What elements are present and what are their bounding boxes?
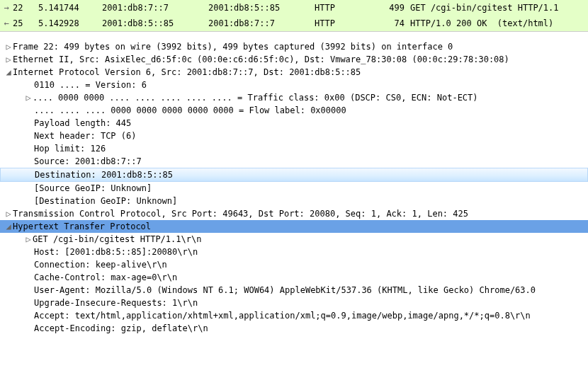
tree-http-user-agent[interactable]: User-Agent: Mozilla/5.0 (Windows NT 6.1;… — [0, 284, 588, 297]
chevron-down-icon: ◢ — [4, 66, 13, 79]
chevron-down-icon: ◢ — [4, 220, 13, 233]
tree-label: Transmission Control Protocol, Src Port:… — [13, 209, 468, 219]
col-number: 22 — [13, 1, 38, 14]
col-info: HTTP/1.0 200 OK (text/html) — [410, 17, 588, 30]
col-length: 499 — [371, 1, 410, 14]
tree-ipv6-traffic-class[interactable]: ▷.... 0000 0000 .... .... .... .... ....… — [0, 91, 588, 104]
col-length: 74 — [371, 17, 410, 30]
col-source: 2001:db8:5::85 — [102, 17, 208, 30]
tree-label: Frame 22: 499 bytes on wire (3992 bits),… — [13, 42, 453, 52]
tree-ipv6-next-header[interactable]: Next header: TCP (6) — [0, 130, 588, 142]
tree-http-host[interactable]: Host: [2001:db8:5::85]:20080\r\n — [0, 246, 588, 258]
tree-ipv6-flow-label[interactable]: .... .... .... 0000 0000 0000 0000 0000 … — [0, 104, 588, 117]
col-protocol: HTTP — [315, 1, 371, 14]
direction-icon: ← — [0, 17, 13, 30]
tree-tcp[interactable]: ▷Transmission Control Protocol, Src Port… — [0, 207, 588, 220]
tree-ipv6-destination[interactable]: Destination: 2001:db8:5::85 — [0, 168, 588, 182]
tree-http-accept[interactable]: Accept: text/html,application/xhtml+xml,… — [0, 309, 588, 322]
tree-label: Internet Protocol Version 6, Src: 2001:d… — [13, 67, 361, 77]
tree-http-cache-control[interactable]: Cache-Control: max-age=0\r\n — [0, 271, 588, 284]
col-protocol: HTTP — [315, 17, 371, 30]
tree-ipv6-hop-limit[interactable]: Hop limit: 126 — [0, 142, 588, 155]
tree-http-upgrade-insecure[interactable]: Upgrade-Insecure-Requests: 1\r\n — [0, 297, 588, 309]
tree-label: GET /cgi-bin/cgitest HTTP/1.1\r\n — [33, 234, 201, 244]
tree-http[interactable]: ◢Hypertext Transfer Protocol — [0, 220, 588, 233]
chevron-right-icon: ▷ — [4, 53, 13, 66]
tree-ipv6-src-geoip[interactable]: [Source GeoIP: Unknown] — [0, 182, 588, 195]
chevron-right-icon: ▷ — [4, 40, 13, 53]
tree-ipv6-payload-length[interactable]: Payload length: 445 — [0, 117, 588, 130]
col-number: 25 — [13, 17, 38, 30]
col-destination: 2001:db8:5::85 — [208, 1, 315, 14]
tree-ipv6-dst-geoip[interactable]: [Destination GeoIP: Unknown] — [0, 195, 588, 207]
tree-ipv6-version[interactable]: 0110 .... = Version: 6 — [0, 79, 588, 91]
chevron-right-icon: ▷ — [4, 207, 13, 220]
packet-row[interactable]: → 22 5.141744 2001:db8:7::7 2001:db8:5::… — [0, 0, 588, 16]
tree-label: Ethernet II, Src: AsixElec_d6:5f:0c (00:… — [13, 54, 509, 64]
col-info: GET /cgi-bin/cgitest HTTP/1.1 — [410, 1, 588, 14]
col-time: 5.142928 — [38, 17, 102, 30]
tree-label: Hypertext Transfer Protocol — [13, 222, 151, 231]
tree-ipv6[interactable]: ◢Internet Protocol Version 6, Src: 2001:… — [0, 66, 588, 79]
col-destination: 2001:db8:7::7 — [208, 17, 315, 30]
tree-ipv6-source[interactable]: Source: 2001:db8:7::7 — [0, 155, 588, 168]
col-source: 2001:db8:7::7 — [102, 1, 208, 14]
tree-frame[interactable]: ▷Frame 22: 499 bytes on wire (3992 bits)… — [0, 40, 588, 53]
tree-label: .... 0000 0000 .... .... .... .... .... … — [33, 93, 478, 103]
tree-http-request-line[interactable]: ▷GET /cgi-bin/cgitest HTTP/1.1\r\n — [0, 233, 588, 246]
tree-http-accept-encoding[interactable]: Accept-Encoding: gzip, deflate\r\n — [0, 322, 588, 335]
chevron-right-icon: ▷ — [24, 91, 33, 104]
chevron-right-icon: ▷ — [24, 233, 33, 246]
packet-details: ▷Frame 22: 499 bytes on wire (3992 bits)… — [0, 40, 588, 335]
packet-row[interactable]: ← 25 5.142928 2001:db8:5::85 2001:db8:7:… — [0, 16, 588, 31]
tree-http-connection[interactable]: Connection: keep-alive\r\n — [0, 258, 588, 271]
packet-list: → 22 5.141744 2001:db8:7::7 2001:db8:5::… — [0, 0, 588, 32]
direction-icon: → — [0, 1, 13, 14]
col-time: 5.141744 — [38, 1, 102, 14]
tree-ethernet[interactable]: ▷Ethernet II, Src: AsixElec_d6:5f:0c (00… — [0, 53, 588, 66]
